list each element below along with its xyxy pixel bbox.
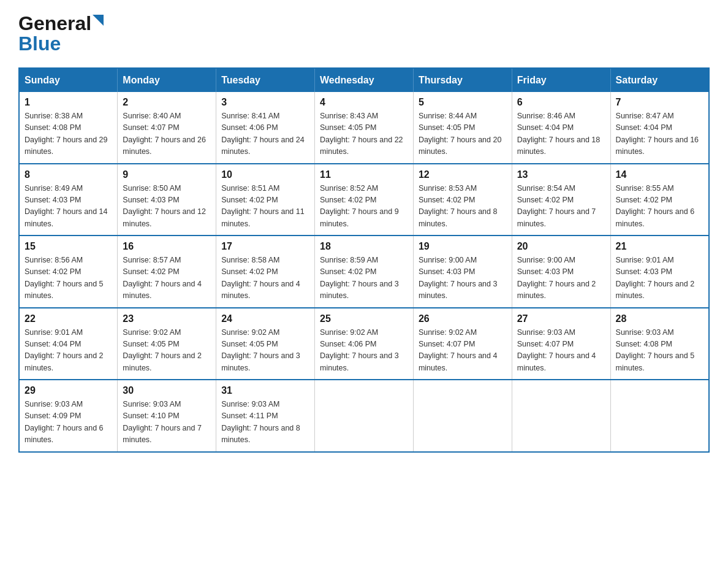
day-cell	[512, 380, 610, 452]
day-cell: 26Sunrise: 9:02 AMSunset: 4:07 PMDayligh…	[413, 308, 512, 380]
day-number: 1	[25, 97, 112, 108]
day-cell: 13Sunrise: 8:54 AMSunset: 4:02 PMDayligh…	[512, 164, 610, 236]
day-cell: 18Sunrise: 8:59 AMSunset: 4:02 PMDayligh…	[315, 236, 414, 308]
day-info: Sunrise: 8:40 AMSunset: 4:07 PMDaylight:…	[123, 110, 211, 158]
col-header-wednesday: Wednesday	[315, 68, 414, 92]
day-cell: 1Sunrise: 8:38 AMSunset: 4:08 PMDaylight…	[19, 92, 118, 164]
day-info: Sunrise: 9:03 AMSunset: 4:07 PMDaylight:…	[517, 327, 605, 375]
day-number: 3	[221, 97, 309, 108]
day-number: 16	[123, 241, 211, 252]
day-info: Sunrise: 9:01 AMSunset: 4:04 PMDaylight:…	[25, 327, 112, 375]
day-number: 10	[221, 169, 309, 180]
day-cell: 20Sunrise: 9:00 AMSunset: 4:03 PMDayligh…	[512, 236, 610, 308]
day-number: 19	[419, 241, 507, 252]
day-cell: 16Sunrise: 8:57 AMSunset: 4:02 PMDayligh…	[118, 236, 216, 308]
day-info: Sunrise: 9:00 AMSunset: 4:03 PMDaylight:…	[517, 255, 605, 302]
day-info: Sunrise: 9:00 AMSunset: 4:03 PMDaylight:…	[419, 255, 507, 302]
col-header-thursday: Thursday	[413, 68, 512, 92]
col-header-friday: Friday	[512, 68, 610, 92]
col-header-tuesday: Tuesday	[216, 68, 315, 92]
day-number: 8	[25, 169, 112, 180]
day-cell	[413, 380, 512, 452]
day-cell: 19Sunrise: 9:00 AMSunset: 4:03 PMDayligh…	[413, 236, 512, 308]
day-cell: 14Sunrise: 8:55 AMSunset: 4:02 PMDayligh…	[610, 164, 709, 236]
logo-general: General	[18, 12, 91, 35]
day-info: Sunrise: 8:58 AMSunset: 4:02 PMDaylight:…	[221, 255, 309, 302]
day-cell: 21Sunrise: 9:01 AMSunset: 4:03 PMDayligh…	[610, 236, 709, 308]
day-info: Sunrise: 9:02 AMSunset: 4:06 PMDaylight:…	[320, 327, 408, 375]
day-cell: 30Sunrise: 9:03 AMSunset: 4:10 PMDayligh…	[118, 380, 216, 452]
day-cell: 12Sunrise: 8:53 AMSunset: 4:02 PMDayligh…	[413, 164, 512, 236]
day-number: 29	[25, 385, 112, 396]
day-number: 28	[616, 313, 703, 324]
day-info: Sunrise: 8:47 AMSunset: 4:04 PMDaylight:…	[616, 110, 703, 158]
day-info: Sunrise: 9:03 AMSunset: 4:08 PMDaylight:…	[616, 327, 703, 375]
day-cell: 6Sunrise: 8:46 AMSunset: 4:04 PMDaylight…	[512, 92, 610, 164]
day-cell: 25Sunrise: 9:02 AMSunset: 4:06 PMDayligh…	[315, 308, 414, 380]
day-cell: 23Sunrise: 9:02 AMSunset: 4:05 PMDayligh…	[118, 308, 216, 380]
day-info: Sunrise: 8:55 AMSunset: 4:02 PMDaylight:…	[616, 183, 703, 231]
svg-marker-0	[93, 15, 104, 26]
day-cell: 2Sunrise: 8:40 AMSunset: 4:07 PMDaylight…	[118, 92, 216, 164]
day-cell: 5Sunrise: 8:44 AMSunset: 4:05 PMDaylight…	[413, 92, 512, 164]
day-info: Sunrise: 8:43 AMSunset: 4:05 PMDaylight:…	[320, 110, 408, 158]
day-number: 6	[517, 97, 605, 108]
day-info: Sunrise: 9:03 AMSunset: 4:11 PMDaylight:…	[221, 399, 309, 446]
day-number: 27	[517, 313, 605, 324]
day-info: Sunrise: 8:46 AMSunset: 4:04 PMDaylight:…	[517, 110, 605, 158]
day-cell: 24Sunrise: 9:02 AMSunset: 4:05 PMDayligh…	[216, 308, 315, 380]
day-info: Sunrise: 9:03 AMSunset: 4:09 PMDaylight:…	[25, 399, 112, 446]
calendar-header-row: SundayMondayTuesdayWednesdayThursdayFrid…	[19, 68, 709, 92]
day-cell	[610, 380, 709, 452]
day-info: Sunrise: 8:59 AMSunset: 4:02 PMDaylight:…	[320, 255, 408, 302]
day-info: Sunrise: 8:38 AMSunset: 4:08 PMDaylight:…	[25, 110, 112, 158]
day-info: Sunrise: 9:01 AMSunset: 4:03 PMDaylight:…	[616, 255, 703, 302]
day-cell: 3Sunrise: 8:41 AMSunset: 4:06 PMDaylight…	[216, 92, 315, 164]
day-info: Sunrise: 8:56 AMSunset: 4:02 PMDaylight:…	[25, 255, 112, 302]
day-info: Sunrise: 8:49 AMSunset: 4:03 PMDaylight:…	[25, 183, 112, 231]
logo-blue: Blue	[18, 33, 61, 55]
day-number: 20	[517, 241, 605, 252]
day-info: Sunrise: 8:54 AMSunset: 4:02 PMDaylight:…	[517, 183, 605, 231]
day-number: 11	[320, 169, 408, 180]
day-number: 14	[616, 169, 703, 180]
day-cell: 31Sunrise: 9:03 AMSunset: 4:11 PMDayligh…	[216, 380, 315, 452]
col-header-saturday: Saturday	[610, 68, 709, 92]
day-info: Sunrise: 8:41 AMSunset: 4:06 PMDaylight:…	[221, 110, 309, 158]
day-info: Sunrise: 9:02 AMSunset: 4:05 PMDaylight:…	[221, 327, 309, 375]
day-number: 26	[419, 313, 507, 324]
day-number: 24	[221, 313, 309, 324]
col-header-sunday: Sunday	[19, 68, 118, 92]
day-info: Sunrise: 8:52 AMSunset: 4:02 PMDaylight:…	[320, 183, 408, 231]
day-number: 7	[616, 97, 703, 108]
day-cell: 28Sunrise: 9:03 AMSunset: 4:08 PMDayligh…	[610, 308, 709, 380]
day-number: 2	[123, 97, 211, 108]
day-number: 30	[123, 385, 211, 396]
week-row-1: 1Sunrise: 8:38 AMSunset: 4:08 PMDaylight…	[19, 92, 709, 164]
day-info: Sunrise: 9:03 AMSunset: 4:10 PMDaylight:…	[123, 399, 211, 446]
calendar-table: SundayMondayTuesdayWednesdayThursdayFrid…	[18, 67, 710, 453]
day-number: 31	[221, 385, 309, 396]
day-info: Sunrise: 8:51 AMSunset: 4:02 PMDaylight:…	[221, 183, 309, 231]
day-cell: 17Sunrise: 8:58 AMSunset: 4:02 PMDayligh…	[216, 236, 315, 308]
day-cell: 11Sunrise: 8:52 AMSunset: 4:02 PMDayligh…	[315, 164, 414, 236]
day-cell: 10Sunrise: 8:51 AMSunset: 4:02 PMDayligh…	[216, 164, 315, 236]
day-number: 17	[221, 241, 309, 252]
day-number: 9	[123, 169, 211, 180]
day-cell: 15Sunrise: 8:56 AMSunset: 4:02 PMDayligh…	[19, 236, 118, 308]
col-header-monday: Monday	[118, 68, 216, 92]
day-cell: 22Sunrise: 9:01 AMSunset: 4:04 PMDayligh…	[19, 308, 118, 380]
day-info: Sunrise: 8:50 AMSunset: 4:03 PMDaylight:…	[123, 183, 211, 231]
day-number: 21	[616, 241, 703, 252]
week-row-2: 8Sunrise: 8:49 AMSunset: 4:03 PMDaylight…	[19, 164, 709, 236]
day-number: 15	[25, 241, 112, 252]
day-info: Sunrise: 8:57 AMSunset: 4:02 PMDaylight:…	[123, 255, 211, 302]
day-info: Sunrise: 9:02 AMSunset: 4:05 PMDaylight:…	[123, 327, 211, 375]
day-info: Sunrise: 8:53 AMSunset: 4:02 PMDaylight:…	[419, 183, 507, 231]
week-row-4: 22Sunrise: 9:01 AMSunset: 4:04 PMDayligh…	[19, 308, 709, 380]
day-cell	[315, 380, 414, 452]
day-number: 4	[320, 97, 408, 108]
logo: General Blue	[18, 12, 112, 55]
day-info: Sunrise: 9:02 AMSunset: 4:07 PMDaylight:…	[419, 327, 507, 375]
day-number: 22	[25, 313, 112, 324]
